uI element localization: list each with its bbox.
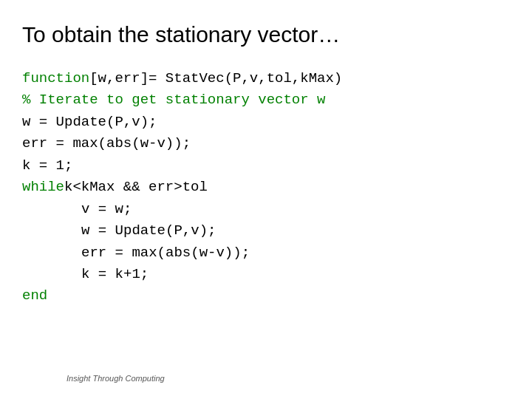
code-line-5: k = 1; [22, 155, 510, 177]
code-line-8: w = Update(P,v); [22, 220, 510, 242]
code-line-7-text: v = w; [81, 199, 132, 220]
code-line-1: function [w,err]= StatVec(P,v,tol,kMax) [22, 68, 510, 89]
code-line-4-text: err = max(abs(w-v)); [22, 133, 191, 154]
code-line-1-rest: [w,err]= StatVec(P,v,tol,kMax) [89, 68, 342, 89]
code-line-2: % Iterate to get stationary vector w [22, 89, 510, 111]
keyword-end: end [22, 285, 47, 307]
footer: Insight Through Computing [22, 364, 510, 384]
code-line-6: while k<kMax && err>tol [22, 177, 510, 198]
code-block: function [w,err]= StatVec(P,v,tol,kMax) … [22, 68, 510, 364]
code-comment: % Iterate to get stationary vector w [22, 89, 325, 111]
code-line-5-text: k = 1; [22, 155, 72, 177]
keyword-function: function [22, 68, 89, 89]
code-line-8-text: w = Update(P,v); [81, 220, 216, 242]
slide: To obtain the stationary vector… functio… [0, 0, 532, 399]
footer-text: Insight Through Computing [66, 374, 165, 383]
code-line-10: k = k+1; [22, 264, 510, 285]
code-line-3-text: w = Update(P,v); [22, 112, 157, 133]
code-line-9-text: err = max(abs(w-v)); [81, 242, 250, 264]
code-line-11: end [22, 285, 510, 307]
code-line-4: err = max(abs(w-v)); [22, 133, 510, 154]
slide-title: To obtain the stationary vector… [22, 22, 510, 47]
code-line-9: err = max(abs(w-v)); [22, 242, 510, 264]
code-line-6-rest: k<kMax && err>tol [64, 177, 208, 198]
keyword-while: while [22, 177, 64, 198]
code-line-10-text: k = k+1; [81, 264, 149, 285]
code-line-7: v = w; [22, 199, 510, 220]
code-line-3: w = Update(P,v); [22, 112, 510, 133]
